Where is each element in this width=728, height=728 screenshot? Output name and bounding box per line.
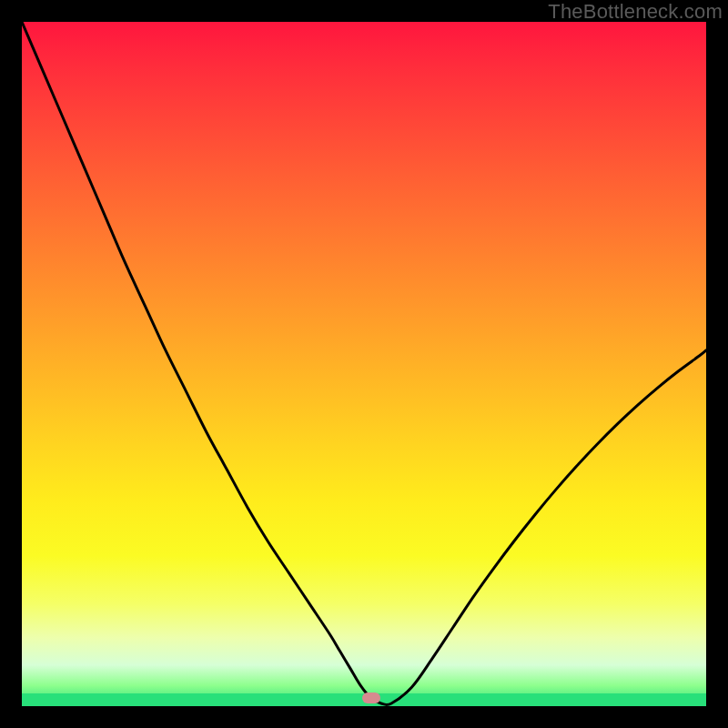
bottleneck-curve	[22, 22, 706, 706]
optimum-marker	[362, 693, 380, 703]
chart-frame: TheBottleneck.com	[0, 0, 728, 728]
watermark-text: TheBottleneck.com	[548, 0, 723, 24]
plot-area	[22, 22, 706, 706]
